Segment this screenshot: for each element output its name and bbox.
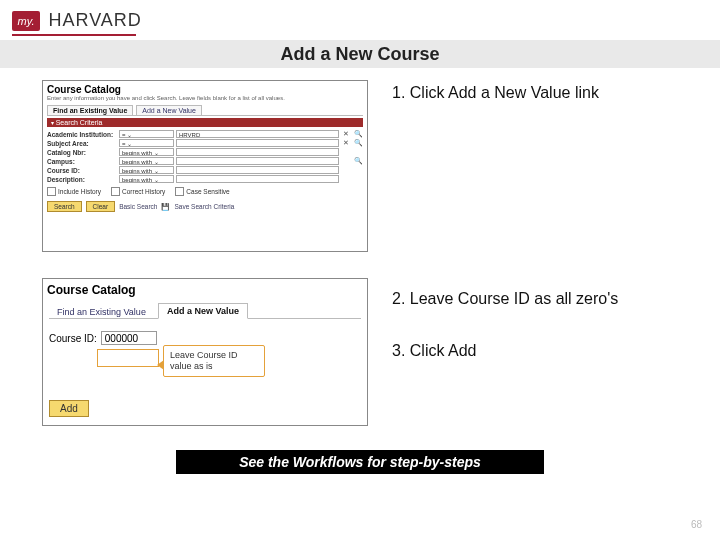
field-label: Academic Institution: xyxy=(47,131,117,138)
logo: my. HARVARD xyxy=(12,10,142,31)
field-row: Catalog Nbr: begins with xyxy=(47,148,363,156)
screenshot-add-new-value: Course Catalog Find an Existing Value Ad… xyxy=(42,278,368,426)
step-1: 1. Click Add a New Value link xyxy=(392,84,622,102)
lookup-icon[interactable]: 🔍 xyxy=(353,139,363,147)
correct-history-checkbox[interactable]: Correct History xyxy=(111,187,165,196)
field-input[interactable] xyxy=(176,157,339,165)
op-select[interactable]: begins with xyxy=(119,166,174,174)
field-input[interactable] xyxy=(176,148,339,156)
add-button[interactable]: Add xyxy=(49,400,89,417)
tab-find-existing[interactable]: Find an Existing Value xyxy=(49,305,154,319)
field-row: Course ID: begins with xyxy=(47,166,363,174)
op-select[interactable]: = xyxy=(119,130,174,138)
course-id-row: Course ID: xyxy=(43,319,367,345)
clear-icon[interactable]: ✕ xyxy=(341,139,351,147)
callout-highlight xyxy=(97,349,159,367)
check-row: Include History Correct History Case Sen… xyxy=(43,185,367,198)
step-2: 2. Leave Course ID as all zero's xyxy=(392,290,632,308)
logo-underline xyxy=(12,34,136,36)
tab-underline xyxy=(47,115,363,116)
field-input[interactable]: HRVRD xyxy=(176,130,339,138)
logo-brand: HARVARD xyxy=(48,10,141,31)
page-number: 68 xyxy=(691,519,702,530)
op-select[interactable]: begins with xyxy=(119,148,174,156)
include-history-checkbox[interactable]: Include History xyxy=(47,187,101,196)
field-row: Academic Institution: = HRVRD ✕ 🔍 xyxy=(47,130,363,138)
search-criteria-bar[interactable]: Search Criteria xyxy=(47,118,363,127)
basic-search-link[interactable]: Basic Search xyxy=(119,203,157,210)
field-label: Campus: xyxy=(47,158,117,165)
course-id-input[interactable] xyxy=(101,331,157,345)
step-3: 3. Click Add xyxy=(392,342,592,360)
clear-button[interactable]: Clear xyxy=(86,201,116,212)
footer-bar: See the Workflows for step-by-steps xyxy=(176,450,544,474)
op-select[interactable]: = xyxy=(119,139,174,147)
logo-badge: my. xyxy=(12,11,40,31)
search-button[interactable]: Search xyxy=(47,201,82,212)
field-input[interactable] xyxy=(176,175,339,183)
page-title: Add a New Course xyxy=(0,40,720,68)
lookup-icon[interactable]: 🔍 xyxy=(353,157,363,165)
tab-find-existing[interactable]: Find an Existing Value xyxy=(47,105,133,115)
case-sensitive-checkbox[interactable]: Case Sensitive xyxy=(175,187,229,196)
save-search-link[interactable]: Save Search Criteria xyxy=(174,203,234,210)
lookup-icon[interactable]: 🔍 xyxy=(353,130,363,138)
field-row: Description: begins with xyxy=(47,175,363,183)
search-fields: Academic Institution: = HRVRD ✕ 🔍 Subjec… xyxy=(43,129,367,185)
screenshot-existing-value: Course Catalog Enter any information you… xyxy=(42,80,368,252)
tab-add-new[interactable]: Add a New Value xyxy=(158,303,248,319)
button-row: Search Clear Basic Search 💾 Save Search … xyxy=(43,198,367,215)
field-input[interactable] xyxy=(176,166,339,174)
field-input[interactable] xyxy=(176,139,339,147)
field-row: Subject Area: = ✕ 🔍 xyxy=(47,139,363,147)
callout: Leave Course ID value as is xyxy=(163,345,265,377)
panel2-tabs: Find an Existing Value Add a New Value xyxy=(43,297,367,319)
field-row: Campus: begins with 🔍 xyxy=(47,157,363,165)
field-label: Description: xyxy=(47,176,117,183)
op-select[interactable]: begins with xyxy=(119,157,174,165)
course-id-label: Course ID: xyxy=(49,333,97,344)
panel1-subtext: Enter any information you have and click… xyxy=(43,95,367,103)
op-select[interactable]: begins with xyxy=(119,175,174,183)
tab-add-new[interactable]: Add a New Value xyxy=(136,105,202,115)
field-label: Subject Area: xyxy=(47,140,117,147)
panel2-heading: Course Catalog xyxy=(43,279,367,297)
panel1-heading: Course Catalog xyxy=(43,81,367,95)
save-icon: 💾 xyxy=(161,203,170,211)
field-label: Catalog Nbr: xyxy=(47,149,117,156)
clear-icon[interactable]: ✕ xyxy=(341,130,351,138)
panel1-tabs: Find an Existing Value Add a New Value xyxy=(43,103,367,115)
field-label: Course ID: xyxy=(47,167,117,174)
